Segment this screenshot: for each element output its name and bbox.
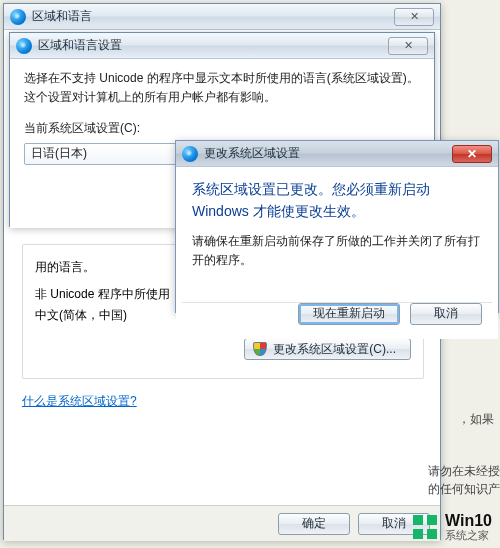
window-title: 区域和语言 [32,8,384,25]
close-button[interactable]: ✕ [452,145,492,163]
brand-sub: 系统之家 [445,529,492,542]
windows-tiles-icon [413,515,437,539]
dialog-headline: 系统区域设置已更改。您必须重新启动 Windows 才能使更改生效。 [192,179,482,222]
titlebar-settings[interactable]: 区域和语言设置 ✕ [10,33,434,59]
titlebar-region-language[interactable]: 区域和语言 ✕ [4,4,440,30]
change-system-locale-label: 更改系统区域设置(C)... [273,341,396,358]
uac-shield-icon [253,342,267,356]
background-text: ，如果 [458,411,494,428]
ok-button[interactable]: 确定 [278,513,350,535]
current-locale-label: 当前系统区域设置(C): [24,119,420,138]
close-button[interactable]: ✕ [388,37,428,55]
titlebar-dialog[interactable]: 更改系统区域设置 ✕ [176,141,498,167]
globe-icon [16,38,32,54]
watermark: Win10 系统之家 [413,513,492,542]
dialog-cancel-button[interactable]: 取消 [410,303,482,325]
dialog-change-locale: 更改系统区域设置 ✕ 系统区域设置已更改。您必须重新启动 Windows 才能使… [175,140,499,313]
footer-buttons: 确定 取消 [4,505,440,541]
help-link-system-locale[interactable]: 什么是系统区域设置? [22,394,137,408]
dialog-client: 系统区域设置已更改。您必须重新启动 Windows 才能使更改生效。 请确保在重… [176,167,498,339]
restart-now-button[interactable]: 现在重新启动 [298,303,400,325]
background-text: 的任何知识产 [428,481,500,498]
globe-icon [10,9,26,25]
settings-title: 区域和语言设置 [38,37,378,54]
dialog-title: 更改系统区域设置 [204,145,442,162]
background-text: 请勿在未经授 [428,463,500,480]
globe-icon [182,146,198,162]
change-system-locale-button[interactable]: 更改系统区域设置(C)... [244,338,411,360]
settings-description: 选择在不支持 Unicode 的程序中显示文本时所使用的语言(系统区域设置)。这… [24,69,420,107]
close-button[interactable]: ✕ [394,8,434,26]
brand-name: Win10 [445,513,492,529]
dialog-button-row: 现在重新启动 取消 [176,303,498,339]
non-unicode-label: 非 Unicode 程序中所使用 [35,287,170,301]
dialog-body-text: 请确保在重新启动前保存了所做的工作并关闭了所有打开的程序。 [192,232,482,269]
